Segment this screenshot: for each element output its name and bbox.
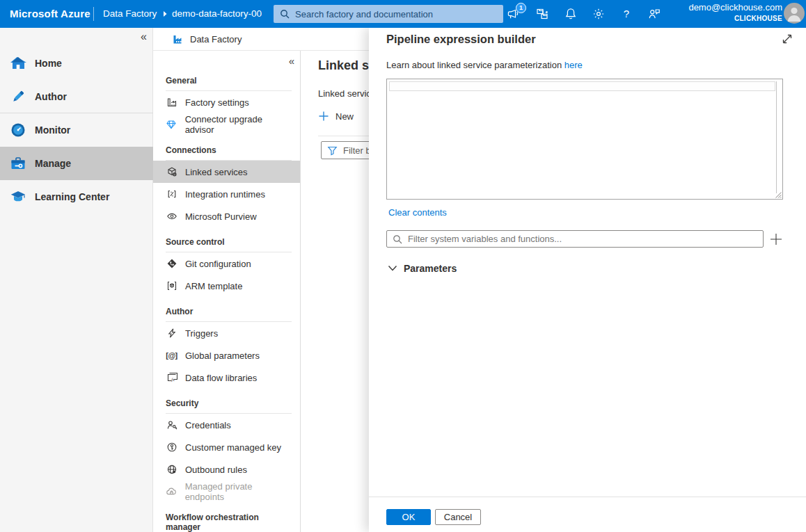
managed-private-endpoints-icon <box>166 486 177 497</box>
home-icon <box>10 55 26 72</box>
svg-text:fx: fx <box>171 377 175 382</box>
subnav-item-outbound-rules[interactable]: Outbound rules <box>166 458 292 481</box>
subnav-item-factory-settings[interactable]: Factory settings <box>166 91 292 113</box>
subnav-item-label: Git configuration <box>185 259 251 269</box>
section-header-workflow-orchestration-manager: Workflow orchestration manager <box>166 513 292 532</box>
new-linked-service-button[interactable]: New <box>318 111 354 122</box>
section-header-source-control: Source control <box>166 237 292 252</box>
breadcrumb-app[interactable]: Data Factory <box>103 0 157 28</box>
subnav-item-triggers[interactable]: Triggers <box>166 322 292 344</box>
customer-managed-key-icon <box>166 442 177 453</box>
search-icon <box>393 234 402 244</box>
subnav-item-data-flow-libraries[interactable]: fx Data flow libraries <box>166 366 292 389</box>
expression-editor[interactable] <box>386 79 783 200</box>
learn-link[interactable]: here <box>564 60 583 70</box>
collapse-subnav-icon[interactable]: « <box>289 55 294 67</box>
filter-funnel-icon <box>327 145 338 156</box>
notifications-bell-icon[interactable] <box>564 7 578 21</box>
breadcrumb-arrow-icon <box>161 10 169 18</box>
section-header-connections: Connections <box>166 145 292 161</box>
account-email: demo@clickhouse.com <box>688 3 782 12</box>
nav-item-label: Monitor <box>35 124 70 136</box>
factory-selector-label: Data Factory <box>190 34 242 45</box>
connector-upgrade-advisor-icon <box>166 119 177 130</box>
monitor-gauge-icon <box>10 122 26 138</box>
factory-selector[interactable]: Data Factory <box>173 28 242 50</box>
subnav-item-label: Customer managed key <box>185 442 281 453</box>
subnav-item-label: Integration runtimes <box>185 189 265 200</box>
account-tenant: CLICKHOUSE <box>688 15 782 22</box>
search-icon <box>280 9 290 19</box>
subnav-item-label: Outbound rules <box>185 465 247 475</box>
nav-item-monitor[interactable]: Monitor <box>0 113 153 147</box>
help-icon[interactable]: ? <box>619 7 633 21</box>
resize-grip-icon[interactable] <box>775 191 782 198</box>
avatar[interactable] <box>784 3 805 24</box>
functions-filter[interactable] <box>386 230 764 248</box>
nav-item-learning-center[interactable]: Learning Center <box>0 180 153 213</box>
nav-item-manage[interactable]: Manage <box>0 147 153 180</box>
linked-services-icon <box>166 166 177 177</box>
editor-scrollbar[interactable] <box>776 81 777 193</box>
manage-toolbox-icon <box>10 155 26 172</box>
integration-runtimes-icon <box>166 188 177 200</box>
learning-center-icon <box>10 188 26 205</box>
account-info[interactable]: demo@clickhouse.com CLICKHOUSE <box>688 3 782 22</box>
subnav-item-label: Microsoft Purview <box>185 211 257 222</box>
subnav-item-label: Credentials <box>185 420 231 430</box>
subnav-item-customer-managed-key[interactable]: Customer managed key <box>166 436 292 458</box>
data-flow-libraries-icon: fx <box>166 372 177 383</box>
section-header-general: General <box>166 76 292 91</box>
settings-gear-icon[interactable] <box>592 7 606 21</box>
breadcrumb-factory[interactable]: demo-data-factory-00 <box>172 0 274 28</box>
subnav-item-linked-services[interactable]: Linked services <box>153 161 300 183</box>
azure-brand[interactable]: Microsoft Azure <box>10 0 90 28</box>
app-window: Microsoft Azure Data Factory demo-data-f… <box>0 0 806 532</box>
clear-contents-link[interactable]: Clear contents <box>388 207 447 218</box>
subnav-item-arm-template[interactable]: ARM template <box>166 275 292 297</box>
subnav-item-credentials[interactable]: Credentials <box>166 414 292 436</box>
learn-line: Learn about linked service parameterizat… <box>386 60 583 70</box>
subnav-item-label: Linked services <box>185 167 248 177</box>
functions-filter-input[interactable] <box>408 234 757 244</box>
panel-title: Pipeline expression builder <box>386 33 536 46</box>
subnav-item-connector-upgrade-advisor[interactable]: Connector upgrade advisor <box>166 113 292 136</box>
nav-item-label: Learning Center <box>35 191 109 202</box>
parameters-label: Parameters <box>404 263 457 274</box>
search-input[interactable] <box>295 9 497 19</box>
subnav-item-git-configuration[interactable]: Git configuration <box>166 252 292 275</box>
subnav-item-managed-private-endpoints[interactable]: Managed private endpoints <box>166 481 292 503</box>
subnav-item-label: Data flow libraries <box>185 373 257 383</box>
nav-item-label: Home <box>35 58 62 69</box>
chevron-down-icon <box>388 265 397 272</box>
page-description: Linked servic <box>318 88 371 99</box>
switch-factory-icon[interactable] <box>535 7 549 21</box>
announcement-badge: 1 <box>516 3 526 13</box>
subnav-item-label: Triggers <box>185 328 218 339</box>
parameters-section-toggle[interactable]: Parameters <box>388 263 457 274</box>
expand-panel-icon[interactable] <box>781 33 793 45</box>
global-parameters-icon: [@] <box>166 351 177 360</box>
expression-editor-input[interactable] <box>387 79 782 199</box>
purview-eye-icon <box>166 211 177 222</box>
git-icon <box>166 258 177 269</box>
global-search[interactable] <box>274 5 503 23</box>
topbar: Microsoft Azure Data Factory demo-data-f… <box>0 0 806 28</box>
collapse-leftnav-icon[interactable]: « <box>141 31 147 43</box>
add-expression-icon[interactable] <box>768 231 784 248</box>
plus-icon <box>318 111 329 122</box>
subnav-item-microsoft-purview[interactable]: Microsoft Purview <box>166 205 292 227</box>
nav-item-home[interactable]: Home <box>0 47 153 80</box>
pipeline-expression-builder-panel: Pipeline expression builder Learn about … <box>369 28 806 532</box>
feedback-icon[interactable] <box>647 7 661 21</box>
subnav-item-label: Managed private endpoints <box>185 481 292 502</box>
outbound-rules-globe-icon <box>166 464 177 475</box>
nav-item-author[interactable]: Author <box>0 80 153 113</box>
cancel-button[interactable]: Cancel <box>435 509 481 525</box>
subnav-item-integration-runtimes[interactable]: Integration runtimes <box>166 183 292 205</box>
subnav-item-label: Global parameters <box>185 350 260 361</box>
ok-button[interactable]: OK <box>386 509 431 525</box>
author-pencil-icon <box>10 88 26 105</box>
trigger-lightning-icon <box>166 328 177 339</box>
subnav-item-global-parameters[interactable]: [@] Global parameters <box>166 344 292 366</box>
